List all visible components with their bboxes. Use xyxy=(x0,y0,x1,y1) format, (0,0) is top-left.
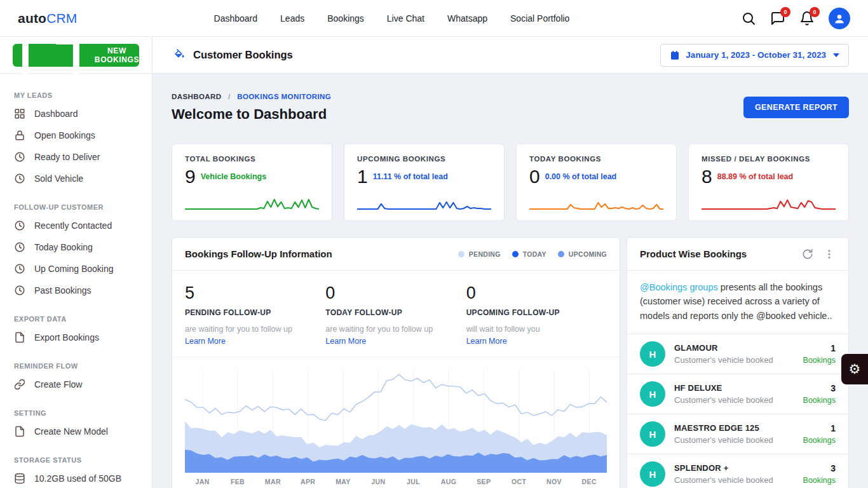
stat-card-label: TOTAL BOOKINGS xyxy=(185,155,319,163)
stat-card-subtitle: 0.00 % of total lead xyxy=(545,172,617,181)
sidebar-section: MY LEADSDashboardOpen BookingsReady to D… xyxy=(0,92,152,189)
brand-logo[interactable]: autoCRM xyxy=(18,11,78,26)
product-avatar: H xyxy=(640,421,665,447)
product-unit: Bookings xyxy=(803,476,836,485)
product-count: 3 xyxy=(803,463,836,473)
nav-item-live-chat[interactable]: Live Chat xyxy=(387,13,424,24)
followup-stat: 5PENDING FOLLOW-UPare waiting for you to… xyxy=(185,283,325,346)
followup-stat-label: UPCOMING FOLLOW-UP xyxy=(466,308,607,317)
sidebar-item-ready-to-deliver[interactable]: Ready to Deliver xyxy=(0,146,152,168)
x-axis-label: APR xyxy=(290,478,325,485)
legend-item-pending[interactable]: PENDING xyxy=(458,250,501,258)
followup-stat-value: 0 xyxy=(466,283,607,303)
legend-item-upcoming[interactable]: UPCOMING xyxy=(558,250,607,258)
sidebar-item-recently-contacted[interactable]: Recently Contacted xyxy=(0,215,152,236)
page-title: Customer Bookings xyxy=(193,49,293,61)
chat-icon[interactable]: 0 xyxy=(770,11,785,26)
nav-item-whatsapp[interactable]: Whatsapp xyxy=(447,13,487,24)
legend-dot xyxy=(558,251,564,257)
product-subtitle: Customer's vehicle booked xyxy=(674,435,773,445)
refresh-icon[interactable] xyxy=(801,248,814,261)
nav-item-dashboard[interactable]: Dashboard xyxy=(214,13,258,24)
x-axis-label: JAN xyxy=(185,478,220,485)
product-item-maestro-edge-125[interactable]: HMAESTRO EDGE 125Customer's vehicle book… xyxy=(627,414,848,454)
x-axis-label: MAR xyxy=(255,478,290,485)
database-icon xyxy=(14,473,25,484)
settings-gear-button[interactable]: ⚙ xyxy=(841,354,868,384)
sidebar-item-label: Sold Vehicle xyxy=(34,173,83,184)
product-panel-description: @Bookings groups presents all the bookin… xyxy=(627,271,848,334)
file-icon xyxy=(14,332,25,343)
product-count: 1 xyxy=(803,343,836,353)
search-icon[interactable] xyxy=(741,11,756,26)
paint-bucket-icon xyxy=(172,48,187,63)
bookings-groups-link[interactable]: @Bookings groups xyxy=(640,282,718,292)
clock-icon xyxy=(14,151,25,163)
sidebar-item-create-flow[interactable]: Create Flow xyxy=(0,374,152,395)
chart-x-axis-labels: JANFEBMARAPRMAYJUNJULAUGSEPOCTNOVDEC xyxy=(185,478,607,485)
sidebar-section: REMINDER FLOWCreate Flow xyxy=(0,362,152,395)
product-item-glamour[interactable]: HGLAMOURCustomer's vehicle booked1Bookin… xyxy=(627,334,848,374)
stat-card-label: MISSED / DELAY BOOKINGS xyxy=(702,155,836,163)
x-axis-label: AUG xyxy=(431,478,466,485)
learn-more-link[interactable]: Learn More xyxy=(466,337,507,346)
sidebar-item-today-booking[interactable]: Today Booking xyxy=(0,236,152,258)
user-avatar[interactable] xyxy=(829,8,850,29)
new-bookings-button[interactable]: NEW BOOKINGS xyxy=(13,44,139,67)
product-wise-panel: Product Wise Bookings @Bookings groups p… xyxy=(627,237,849,488)
sidebar-item-label: 10.2GB used of 50GB xyxy=(34,473,121,484)
lock-icon xyxy=(14,130,25,141)
nav-item-bookings[interactable]: Bookings xyxy=(327,13,364,24)
followup-stat: 0TODAY FOLLOW-UPare waiting for you to f… xyxy=(325,283,466,346)
sidebar-item-label: Recently Contacted xyxy=(34,220,112,231)
x-axis-label: JUN xyxy=(361,478,396,485)
stat-card: TOTAL BOOKINGS9Vehicle Bookings xyxy=(172,144,332,221)
main-header: Customer Bookings January 1, 2023 - Octo… xyxy=(153,37,868,74)
sidebar-section: FOLLOW-UP CUSTOMERRecently ContactedToda… xyxy=(0,203,152,301)
followup-stat-value: 0 xyxy=(325,283,466,303)
bell-badge: 0 xyxy=(810,7,820,17)
sidebar-item-create-new-model[interactable]: Create New Model xyxy=(0,421,152,442)
stat-card-sparkline xyxy=(702,193,836,212)
nav-item-social-portfolio[interactable]: Social Portfolio xyxy=(510,13,569,24)
product-unit: Bookings xyxy=(803,436,836,445)
sidebar-item-open-bookings[interactable]: Open Bookings xyxy=(0,125,152,146)
breadcrumb-dashboard[interactable]: DASHBOARD xyxy=(172,93,221,100)
sidebar-item-sold-vehicle[interactable]: Sold Vehicle xyxy=(0,168,152,189)
clock-icon xyxy=(14,263,25,274)
legend-dot xyxy=(458,251,465,257)
brand-logo-black: auto xyxy=(18,11,46,25)
product-item-hf-deluxe[interactable]: HHF DELUXECustomer's vehicle booked3Book… xyxy=(627,374,848,414)
sidebar-section-title: SETTING xyxy=(0,409,152,417)
stat-card-value: 1 xyxy=(357,167,368,186)
followup-stat-value: 5 xyxy=(185,283,325,303)
followup-stat-desc: are waiting for you to follow up xyxy=(325,325,466,334)
learn-more-link[interactable]: Learn More xyxy=(325,337,366,346)
legend-item-today[interactable]: TODAY xyxy=(512,250,546,258)
followup-stat-desc: are waiting for you to follow up xyxy=(185,325,325,334)
sidebar-item-up-coming-booking[interactable]: Up Coming Booking xyxy=(0,258,152,280)
nav-item-leads[interactable]: Leads xyxy=(280,13,304,24)
product-count: 3 xyxy=(803,383,836,393)
sidebar-section: EXPORT DATAExport Bookings xyxy=(0,315,152,348)
sidebar-item-export-bookings[interactable]: Export Bookings xyxy=(0,327,152,348)
bell-icon[interactable]: 0 xyxy=(799,11,815,26)
new-bookings-label: NEW BOOKINGS xyxy=(95,46,139,64)
product-item-splendor-[interactable]: HSPLENDOR +Customer's vehicle booked3Boo… xyxy=(627,454,848,488)
kebab-menu-icon[interactable] xyxy=(823,248,836,261)
stat-card-label: TODAY BOOKINGS xyxy=(529,155,663,163)
nav-right: 0 0 xyxy=(741,8,850,29)
sidebar-item-10-2gb-used-of-50gb[interactable]: 10.2GB used of 50GB xyxy=(0,468,152,488)
breadcrumb-current[interactable]: BOOKINGS MONITORING xyxy=(237,93,331,100)
sidebar-item-dashboard[interactable]: Dashboard xyxy=(0,103,152,125)
stat-card-subtitle: Vehicle Bookings xyxy=(201,172,267,181)
grid-icon xyxy=(14,108,25,119)
product-name: GLAMOUR xyxy=(674,343,773,353)
followup-stat: 0UPCOMING FOLLOW-UPwill wait to follow y… xyxy=(466,283,607,346)
learn-more-link[interactable]: Learn More xyxy=(185,337,226,346)
sidebar-item-past-bookings[interactable]: Past Bookings xyxy=(0,280,152,301)
generate-report-button[interactable]: GENERATE REPORT xyxy=(743,97,849,118)
top-navbar: autoCRM DashboardLeadsBookingsLive ChatW… xyxy=(0,0,868,37)
date-range-picker[interactable]: January 1, 2023 - October 31, 2023 xyxy=(660,44,849,67)
content: DASHBOARD / BOOKINGS MONITORING Welcome … xyxy=(153,74,868,488)
